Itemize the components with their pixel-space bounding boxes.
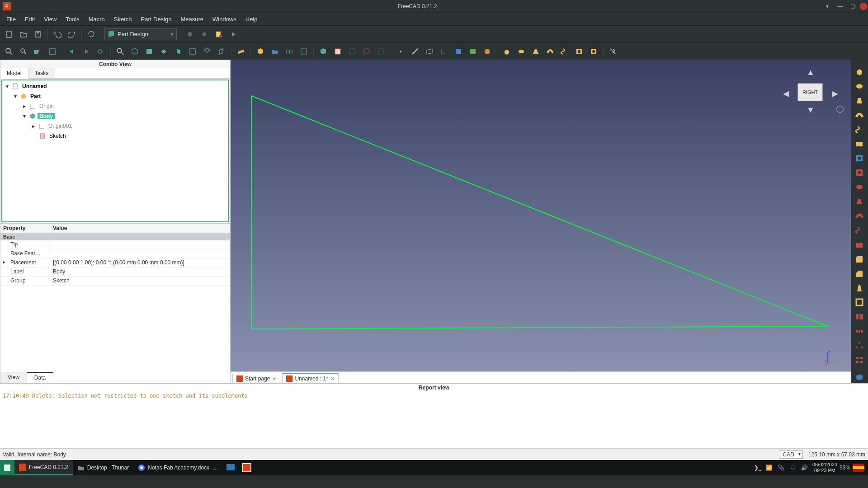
menu-sketch[interactable]: Sketch bbox=[109, 14, 137, 24]
datum-point-icon[interactable] bbox=[394, 45, 407, 58]
link-actions-icon[interactable] bbox=[297, 45, 310, 58]
taskbar-app-chrome[interactable]: Notas Fab Academy.docx -… bbox=[133, 460, 222, 475]
tree-item-origin[interactable]: ▸ Origin bbox=[3, 101, 227, 111]
edit-sketch-icon[interactable] bbox=[346, 45, 359, 58]
boolean-tool-icon[interactable] bbox=[853, 371, 866, 383]
refresh-icon[interactable] bbox=[85, 28, 98, 41]
prop-row[interactable]: LabelBody bbox=[0, 267, 230, 277]
tray-keyboard-layout-icon[interactable] bbox=[853, 464, 864, 472]
measure-icon[interactable] bbox=[235, 45, 247, 58]
nav-fwd-icon[interactable] bbox=[80, 45, 93, 58]
report-view-body[interactable]: 17:10:49 Delete: Selection not restricte… bbox=[0, 392, 868, 448]
prop-row[interactable]: Base Feat… bbox=[0, 249, 230, 258]
model-tree[interactable]: ▾ Unnamed ▾ Part ▸ Origin ▾ Body ▸ bbox=[1, 80, 229, 222]
whatsthis-icon[interactable] bbox=[607, 45, 619, 58]
hole-icon[interactable] bbox=[587, 45, 600, 58]
datum-plane-icon[interactable] bbox=[423, 45, 436, 58]
chamfer-tool-icon[interactable] bbox=[853, 268, 866, 280]
3d-viewport[interactable]: ▲ ◀ ▶ ▼ RIGHT zyx bbox=[231, 60, 851, 371]
tray-network-icon[interactable]: 📶 bbox=[765, 464, 774, 472]
prop-row[interactable]: Tip bbox=[0, 240, 230, 249]
taskbar-app-freecad[interactable]: FreeCAD 0.21.2 bbox=[14, 460, 73, 475]
macro-stop-icon[interactable] bbox=[198, 28, 211, 41]
revolution-tool-icon[interactable] bbox=[853, 80, 866, 92]
revolution-icon[interactable] bbox=[515, 45, 528, 58]
taskbar-app-blank2[interactable] bbox=[239, 460, 255, 475]
pipe-icon[interactable] bbox=[544, 45, 557, 58]
doc-tab-startpage[interactable]: Start page ✕ bbox=[232, 374, 280, 383]
navcube-home-icon[interactable] bbox=[835, 105, 844, 114]
tray-clip-icon[interactable]: 📎 bbox=[777, 464, 785, 472]
navcube-left-icon[interactable]: ◀ bbox=[783, 89, 789, 99]
view-right-icon[interactable] bbox=[172, 45, 184, 58]
tray-volume-icon[interactable]: 🔊 bbox=[801, 464, 809, 472]
tray-shield-icon[interactable]: 🛡 bbox=[789, 464, 797, 472]
helix-icon[interactable] bbox=[558, 45, 571, 58]
multitransform-tool-icon[interactable] bbox=[853, 354, 866, 366]
subpipe-tool-icon[interactable] bbox=[853, 210, 866, 222]
clone-icon[interactable] bbox=[481, 45, 494, 58]
new-file-icon[interactable] bbox=[3, 28, 15, 41]
subhelix-tool-icon[interactable] bbox=[853, 225, 866, 236]
tab-model[interactable]: Model bbox=[0, 68, 28, 79]
validate-sketch-icon[interactable] bbox=[375, 45, 387, 58]
navcube-up-icon[interactable]: ▲ bbox=[807, 68, 815, 77]
minimize-alt-icon[interactable]: ▾ bbox=[822, 2, 833, 11]
open-file-icon[interactable] bbox=[17, 28, 30, 41]
draw-style-icon[interactable] bbox=[32, 45, 44, 58]
view-front-icon[interactable] bbox=[143, 45, 156, 58]
redo-icon[interactable] bbox=[66, 28, 78, 41]
prop-row[interactable]: Placement[(0.00 0.00 1.00); 0.00 °; (0.0… bbox=[0, 258, 230, 267]
close-tab-icon[interactable]: ✕ bbox=[272, 376, 276, 382]
pad-icon[interactable] bbox=[500, 45, 513, 58]
bounding-box-icon[interactable] bbox=[46, 45, 59, 58]
pocket-icon[interactable] bbox=[573, 45, 585, 58]
groove-tool-icon[interactable] bbox=[853, 181, 866, 193]
menu-edit[interactable]: Edit bbox=[20, 14, 39, 24]
tree-item-part[interactable]: ▾ Part bbox=[3, 91, 227, 101]
draft-tool-icon[interactable] bbox=[853, 282, 866, 294]
taskbar-app-thunar[interactable]: Desktop - Thunar bbox=[73, 460, 134, 475]
hole-tool-icon[interactable] bbox=[853, 167, 866, 178]
menu-measure[interactable]: Measure bbox=[176, 14, 208, 24]
close-button[interactable] bbox=[860, 3, 867, 10]
view-left-icon[interactable] bbox=[215, 45, 228, 58]
pocket-tool-icon[interactable] bbox=[853, 152, 866, 164]
macro-edit-icon[interactable] bbox=[212, 28, 225, 41]
navcube-down-icon[interactable]: ▼ bbox=[807, 105, 815, 115]
close-tab-icon[interactable]: ✕ bbox=[330, 376, 335, 382]
link-make-icon[interactable] bbox=[283, 45, 296, 58]
zoom-icon[interactable] bbox=[114, 45, 127, 58]
workbench-selector[interactable]: Part Design ▾ bbox=[104, 28, 177, 40]
menu-partdesign[interactable]: Part Design bbox=[137, 14, 176, 24]
undo-icon[interactable] bbox=[51, 28, 64, 41]
view-top-icon[interactable] bbox=[157, 45, 170, 58]
tray-clock[interactable]: 06/02/202409:23 PM bbox=[812, 462, 837, 474]
tray-terminal-icon[interactable]: ❯_ bbox=[754, 464, 762, 472]
fillet-tool-icon[interactable] bbox=[853, 253, 866, 265]
menu-macro[interactable]: Macro bbox=[84, 14, 109, 24]
maximize-button[interactable]: ▢ bbox=[847, 2, 858, 11]
map-sketch-icon[interactable] bbox=[360, 45, 373, 58]
doc-tab-unnamed[interactable]: Unnamed : 1* ✕ bbox=[282, 373, 338, 383]
save-file-icon[interactable] bbox=[32, 28, 44, 41]
pad-tool-icon[interactable] bbox=[853, 66, 866, 78]
create-sketch-icon[interactable] bbox=[331, 45, 344, 58]
thickness-tool-icon[interactable] bbox=[853, 297, 866, 309]
tray-battery[interactable]: 93% bbox=[841, 464, 849, 472]
shapebinder-icon[interactable] bbox=[452, 45, 465, 58]
macro-record-icon[interactable] bbox=[184, 28, 196, 41]
sweep-tool-icon[interactable] bbox=[853, 109, 866, 121]
datum-cs-icon[interactable] bbox=[438, 45, 450, 58]
tree-item-body[interactable]: ▾ Body bbox=[3, 111, 227, 121]
create-part-icon[interactable] bbox=[254, 45, 267, 58]
tab-data[interactable]: Data bbox=[27, 372, 53, 383]
menu-tools[interactable]: Tools bbox=[61, 14, 84, 24]
view-iso-icon[interactable] bbox=[128, 45, 141, 58]
tree-item-doc[interactable]: ▾ Unnamed bbox=[3, 81, 227, 91]
polpattern-tool-icon[interactable] bbox=[853, 340, 866, 352]
taskbar-app-blank1[interactable] bbox=[222, 460, 239, 475]
zoom-selection-icon[interactable] bbox=[17, 45, 30, 58]
datum-line-icon[interactable] bbox=[409, 45, 421, 58]
box-tool-icon[interactable] bbox=[853, 138, 866, 150]
